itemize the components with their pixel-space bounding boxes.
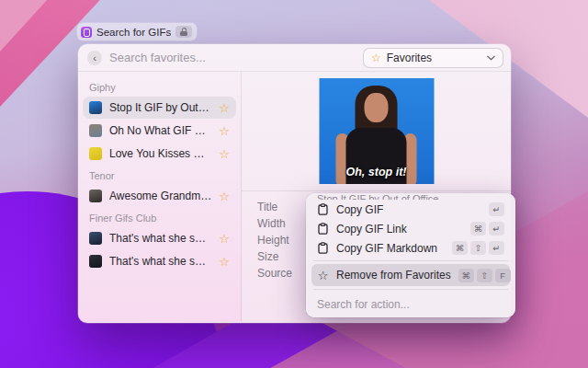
action-panel-title: Stop It GIF by Out of Office — [311, 193, 510, 200]
favorite-star-icon[interactable]: ☆ — [219, 233, 230, 245]
keycap: ⌘ — [470, 222, 486, 236]
gif-thumbnail — [89, 190, 102, 202]
hotkey-badge — [175, 26, 192, 38]
action-item[interactable]: Copy GIF Link⌘↵ — [311, 219, 510, 238]
gif-item-label: That's what she said. — [109, 232, 211, 245]
favorite-star-icon[interactable]: ☆ — [219, 125, 230, 137]
shortcut-keys: ↵ — [489, 202, 504, 216]
metadata-row: Title — [257, 199, 292, 215]
shortcut-keys: ⌘↵ — [470, 222, 504, 236]
metadata-label: Size — [257, 250, 278, 263]
keycap: ⇧ — [477, 269, 492, 282]
metadata-label: Height — [257, 234, 289, 247]
keycap: ⌘ — [458, 269, 474, 282]
back-button[interactable]: ‹ — [87, 51, 102, 65]
gif-caption: Oh, stop it! — [319, 166, 434, 178]
lock-icon — [180, 28, 187, 36]
gif-thumbnail — [89, 101, 102, 114]
gif-item-label: Stop It GIF by Out of Office — [109, 101, 211, 114]
search-bar: ‹ ☆ Favorites — [78, 44, 511, 72]
action-item[interactable]: ☆Remove from Favorites⌘⇧F — [311, 264, 510, 286]
favorite-star-icon[interactable]: ☆ — [219, 102, 230, 114]
favorites-sidebar: GiphyStop It GIF by Out of Office☆Oh No … — [78, 72, 242, 322]
gif-thumbnail — [89, 147, 102, 160]
keycap: ⌘ — [452, 241, 468, 255]
clipboard-icon — [318, 203, 328, 215]
metadata-row: Size — [257, 248, 292, 265]
favorites-dropdown-label: Favorites — [387, 52, 481, 64]
detail-divider — [242, 190, 511, 191]
gif-thumbnail — [89, 232, 102, 245]
keycap: ↵ — [489, 202, 504, 216]
clipboard-icon — [318, 223, 328, 235]
sidebar-section-header: Giphy — [78, 77, 241, 96]
metadata-row: Height — [257, 232, 292, 248]
sidebar-gif-item[interactable]: Love You Kisses GIF by Ted...☆ — [83, 143, 236, 165]
sidebar-gif-item[interactable]: Stop It GIF by Out of Office☆ — [83, 97, 236, 119]
action-label: Remove from Favorites — [336, 269, 451, 282]
gif-item-label: Awesome Grandma GIF — [109, 190, 211, 202]
sidebar-section-header: Finer Gifs Club — [78, 208, 241, 226]
gif-item-label: That's what she said? — [109, 255, 211, 268]
keycap: F — [495, 269, 511, 282]
keycap: ↵ — [489, 222, 504, 236]
shortcut-keys: ⌘⇧F — [458, 269, 511, 282]
search-input[interactable] — [102, 51, 363, 64]
favorite-star-icon[interactable]: ☆ — [219, 190, 230, 202]
gif-thumbnail — [89, 255, 102, 268]
gif-preview: Oh, stop it! — [319, 78, 434, 184]
gif-thumbnail — [89, 124, 102, 137]
gif-item-label: Love You Kisses GIF by Ted... — [109, 147, 211, 160]
metadata-row: Width — [257, 215, 292, 232]
action-label: Copy GIF Link — [336, 223, 463, 236]
shortcut-keys: ⌘⇧↵ — [452, 241, 504, 255]
action-label: Copy GIF Markdown — [336, 242, 445, 255]
menubar-command-pill[interactable]: Search for GIFs — [77, 23, 197, 40]
sidebar-gif-item[interactable]: Awesome Grandma GIF☆ — [83, 185, 236, 207]
action-panel: Stop It GIF by Out of Office Copy GIF↵Co… — [306, 193, 515, 317]
action-label: Copy GIF — [336, 203, 481, 216]
chevron-left-icon: ‹ — [93, 52, 96, 63]
sidebar-gif-item[interactable]: That's what she said?☆ — [83, 250, 236, 272]
action-search-input[interactable] — [311, 293, 510, 313]
star-icon: ☆ — [318, 270, 329, 282]
sidebar-section-header: Tenor — [78, 166, 241, 184]
sidebar-gif-item[interactable]: That's what she said.☆ — [83, 227, 236, 249]
action-item[interactable]: Copy GIF↵ — [311, 200, 510, 219]
gif-extension-icon — [81, 27, 92, 38]
panel-divider — [313, 260, 508, 261]
sidebar-gif-item[interactable]: Oh No What GIF by Major Le...☆ — [83, 120, 236, 142]
chevron-down-icon — [487, 55, 495, 61]
gif-metadata: TitleWidthHeightSizeSource — [257, 199, 292, 282]
metadata-row: Source — [257, 265, 292, 282]
clipboard-icon — [318, 242, 328, 254]
favorite-star-icon[interactable]: ☆ — [219, 148, 230, 160]
keycap: ⇧ — [470, 241, 486, 255]
keycap: ↵ — [489, 241, 504, 255]
favorite-star-icon[interactable]: ☆ — [219, 256, 230, 268]
metadata-label: Title — [257, 201, 277, 213]
panel-divider — [313, 289, 508, 290]
gif-item-label: Oh No What GIF by Major Le... — [109, 124, 211, 137]
star-icon: ☆ — [371, 52, 381, 63]
favorites-dropdown[interactable]: ☆ Favorites — [363, 48, 503, 68]
metadata-label: Source — [257, 267, 292, 280]
action-item[interactable]: Copy GIF Markdown⌘⇧↵ — [311, 238, 510, 258]
menubar-command-title: Search for GIFs — [96, 27, 171, 38]
metadata-label: Width — [257, 217, 286, 230]
